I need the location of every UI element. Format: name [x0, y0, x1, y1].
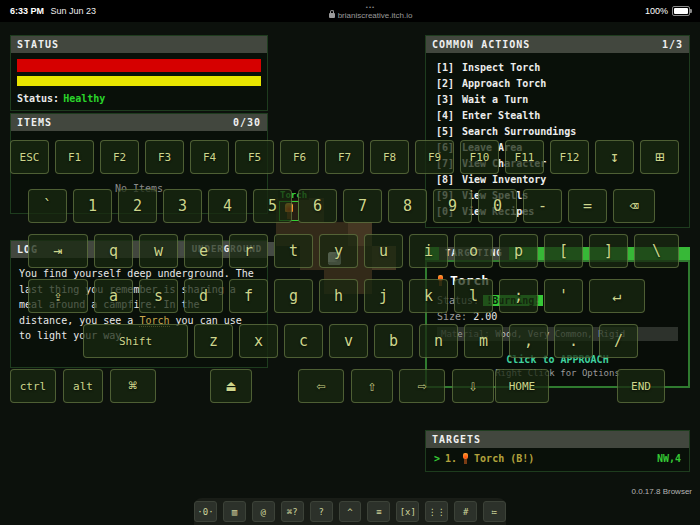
- key-quote[interactable]: ': [544, 279, 583, 313]
- key-8[interactable]: 8: [388, 189, 427, 223]
- key-l[interactable]: l: [454, 279, 493, 313]
- key-ctrl[interactable]: ctrl: [10, 369, 56, 403]
- key-hide-keyboard[interactable]: ↧: [595, 140, 634, 174]
- key-arrow-left[interactable]: ⇦: [298, 369, 344, 403]
- address-bar[interactable]: brianiscreative.itch.io: [329, 12, 413, 20]
- accessory-cmd-help-icon[interactable]: ⌘?: [281, 501, 304, 522]
- key-f8[interactable]: F8: [370, 140, 409, 174]
- targeting-panel[interactable]: TARGETING Torch Status:!Burning! Size: 2…: [425, 247, 690, 388]
- key-arrow-right[interactable]: ⇨: [399, 369, 445, 403]
- key-backslash[interactable]: \: [634, 234, 679, 268]
- key-e[interactable]: e: [184, 234, 223, 268]
- key-x[interactable]: x: [239, 324, 278, 358]
- action-item-3[interactable]: [3]Wait a Turn: [432, 91, 683, 107]
- accessory-dot-zero-icon[interactable]: ·0·: [194, 501, 217, 522]
- key-arrow-down[interactable]: ⇩: [452, 369, 494, 403]
- key-m[interactable]: m: [464, 324, 503, 358]
- key-backspace[interactable]: ⌫: [613, 189, 655, 223]
- key-f2[interactable]: F2: [100, 140, 139, 174]
- key-b[interactable]: b: [374, 324, 413, 358]
- key-f3[interactable]: F3: [145, 140, 184, 174]
- key-grave[interactable]: `: [28, 189, 67, 223]
- key-f9[interactable]: F9: [415, 140, 454, 174]
- accessory-assign-key-icon[interactable]: ≔: [483, 501, 506, 522]
- key-n[interactable]: n: [419, 324, 458, 358]
- key-t[interactable]: t: [274, 234, 313, 268]
- key-semicolon[interactable]: ;: [499, 279, 538, 313]
- key-o[interactable]: o: [454, 234, 493, 268]
- accessory-at-key-icon[interactable]: @: [252, 501, 275, 522]
- key-y[interactable]: y: [319, 234, 358, 268]
- key-shift[interactable]: Shift: [83, 324, 188, 358]
- accessory-split-layout-icon[interactable]: ▥: [223, 501, 246, 522]
- key-comma[interactable]: ,: [509, 324, 548, 358]
- key-c[interactable]: c: [284, 324, 323, 358]
- key-return[interactable]: ↵: [589, 279, 645, 313]
- key-9[interactable]: 9: [433, 189, 472, 223]
- action-item-2[interactable]: [2]Approach Torch: [432, 75, 683, 91]
- common-actions-page: 1/3: [662, 39, 683, 50]
- key-h[interactable]: h: [319, 279, 358, 313]
- key-3[interactable]: 3: [163, 189, 202, 223]
- key-f11[interactable]: F11: [505, 140, 544, 174]
- key-6[interactable]: 6: [298, 189, 337, 223]
- key-k[interactable]: k: [409, 279, 448, 313]
- key-g[interactable]: g: [274, 279, 313, 313]
- action-item-5[interactable]: [5]Search Surroundings: [432, 123, 683, 139]
- key-1[interactable]: 1: [73, 189, 112, 223]
- status-bar-left: 6:33 PM Sun Jun 23: [0, 6, 96, 16]
- key-p[interactable]: p: [499, 234, 538, 268]
- key-layout-switch[interactable]: ⊞: [640, 140, 679, 174]
- items-panel-header: ITEMS 0/30: [11, 114, 267, 131]
- key-z[interactable]: z: [194, 324, 233, 358]
- key-f1[interactable]: F1: [55, 140, 94, 174]
- action-label: View Inventory: [462, 174, 546, 185]
- key-2[interactable]: 2: [118, 189, 157, 223]
- key-d[interactable]: d: [184, 279, 223, 313]
- key-f10[interactable]: F10: [460, 140, 499, 174]
- key-rbracket[interactable]: ]: [589, 234, 628, 268]
- key-f[interactable]: f: [229, 279, 268, 313]
- key-q[interactable]: q: [94, 234, 133, 268]
- key-r[interactable]: r: [229, 234, 268, 268]
- key-arrow-up[interactable]: ⇧: [351, 369, 393, 403]
- key-lbracket[interactable]: [: [544, 234, 583, 268]
- key-v[interactable]: v: [329, 324, 368, 358]
- key-w[interactable]: w: [139, 234, 178, 268]
- accessory-modifier-icon[interactable]: ^: [339, 501, 362, 522]
- accessory-clear-key-icon[interactable]: [x]: [396, 501, 419, 522]
- key-s[interactable]: s: [139, 279, 178, 313]
- key-tab[interactable]: ⇥: [28, 234, 88, 268]
- key-j[interactable]: j: [364, 279, 403, 313]
- key-5[interactable]: 5: [253, 189, 292, 223]
- key-a[interactable]: a: [94, 279, 133, 313]
- key-period[interactable]: .: [554, 324, 593, 358]
- target-row[interactable]: >1.Torch (B!)NW,4: [426, 448, 689, 469]
- key-f6[interactable]: F6: [280, 140, 319, 174]
- key-f4[interactable]: F4: [190, 140, 229, 174]
- key-eject[interactable]: ⏏: [210, 369, 252, 403]
- accessory-menu-lines-icon[interactable]: ≡: [367, 501, 390, 522]
- key-f5[interactable]: F5: [235, 140, 274, 174]
- key-capslock[interactable]: ⇪: [28, 279, 88, 313]
- key-minus[interactable]: -: [523, 189, 562, 223]
- key-4[interactable]: 4: [208, 189, 247, 223]
- accessory-dots-grid-icon[interactable]: ⋮⋮: [425, 501, 448, 522]
- accessory-help-icon[interactable]: ?: [310, 501, 333, 522]
- key-slash[interactable]: /: [599, 324, 638, 358]
- action-item-4[interactable]: [4]Enter Stealth: [432, 107, 683, 123]
- key-alt[interactable]: alt: [63, 369, 103, 403]
- key-end[interactable]: END: [617, 369, 665, 403]
- key-home[interactable]: HOME: [495, 369, 549, 403]
- key-7[interactable]: 7: [343, 189, 382, 223]
- key-f12[interactable]: F12: [550, 140, 589, 174]
- key-0[interactable]: 0: [478, 189, 517, 223]
- accessory-hash-key-icon[interactable]: #: [454, 501, 477, 522]
- key-i[interactable]: i: [409, 234, 448, 268]
- key-f7[interactable]: F7: [325, 140, 364, 174]
- action-item-1[interactable]: [1]Inspect Torch: [432, 59, 683, 75]
- key-equals[interactable]: =: [568, 189, 607, 223]
- key-u[interactable]: u: [364, 234, 403, 268]
- key-esc[interactable]: ESC: [10, 140, 49, 174]
- key-command[interactable]: ⌘: [110, 369, 156, 403]
